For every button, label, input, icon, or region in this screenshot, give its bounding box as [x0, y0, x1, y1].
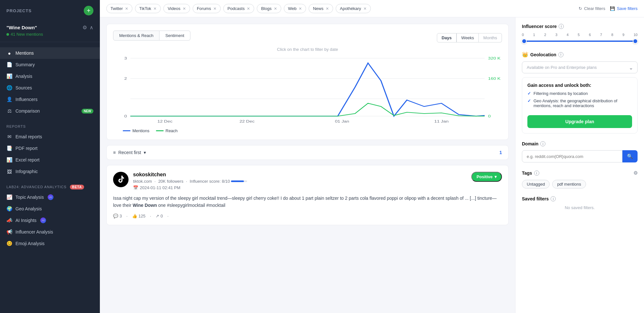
svg-text:160 K: 160 K [488, 77, 501, 81]
period-weeks-button[interactable]: Weeks [457, 33, 479, 42]
chart-svg[interactable]: 3 2 0 320 K 160 K 0 12 Dec 22 Dec 01 Jan… [113, 55, 502, 126]
filter-chip-web[interactable]: Web✕ [284, 4, 306, 13]
chip-remove-icon[interactable]: ✕ [299, 6, 302, 11]
save-icon: 💾 [610, 6, 615, 11]
filter-chip-podcasts[interactable]: Podcasts✕ [223, 4, 254, 13]
mention-likes: 👍 125 [132, 214, 146, 218]
sidebar-item-ai-insights[interactable]: 📣 AI Insights AI [0, 215, 100, 226]
chart-tab-mentions-reach[interactable]: Mentions & Reach [113, 31, 159, 41]
mention-details: tiktok.com · 20K followers · Influencer … [133, 179, 467, 184]
tags-section: Tags i ⚙ Untagged pdf mentions [522, 170, 638, 189]
sentiment-badge[interactable]: Positive ▾ [471, 172, 502, 182]
project-settings-button[interactable]: ⚙ [82, 24, 87, 31]
tag-chip-pdf-mentions[interactable]: pdf mentions [552, 180, 586, 189]
sidebar-item-influencer-analysis[interactable]: 📢 Influencer Analysis [0, 226, 100, 238]
sidebar-item-emoji-analysis[interactable]: 😊 Emoji Analysis [0, 238, 100, 249]
sidebar-item-geo-analysis[interactable]: 🌍 Geo Analysis [0, 203, 100, 215]
avatar [113, 172, 129, 187]
dot-separator: · [155, 179, 156, 184]
filter-bar: Twitter✕TikTok✕Videos✕Forums✕Podcasts✕Bl… [100, 0, 644, 17]
chart-tabs: Mentions & Reach Sentiment [113, 31, 190, 41]
sort-button[interactable]: ≡ Recent first ▾ [113, 150, 146, 155]
filter-chip-apothékary[interactable]: Apothékary✕ [336, 4, 371, 13]
slider-track[interactable] [522, 39, 638, 44]
infographic-icon: 🖼 [6, 169, 12, 174]
svg-text:3: 3 [124, 56, 127, 60]
save-filters-button[interactable]: 💾 Save filters [610, 6, 638, 11]
saved-filters-info-icon[interactable]: i [551, 196, 556, 201]
summary-icon: 📄 [6, 62, 12, 68]
project-collapse-button[interactable]: ∧ [90, 24, 93, 31]
domain-search-button[interactable]: 🔍 [622, 150, 638, 162]
sidebar-item-infographic[interactable]: 🖼 Infographic [0, 166, 100, 177]
domain-input[interactable] [522, 150, 622, 162]
svg-text:320 K: 320 K [488, 56, 501, 60]
ai-insights-ai-badge: AI [40, 217, 46, 223]
period-days-button[interactable]: Days [437, 33, 457, 42]
chip-remove-icon[interactable]: ✕ [213, 6, 216, 11]
filter-chip-blogs[interactable]: Blogs✕ [257, 4, 281, 13]
sidebar-item-topic-analysis[interactable]: 📈 Topic Analysis AI [0, 191, 100, 203]
slider-thumb-left[interactable] [522, 39, 527, 44]
sidebar-item-influencers[interactable]: 👤 Influencers [0, 94, 100, 105]
filter-chip-videos[interactable]: Videos✕ [163, 4, 190, 13]
upgrade-plan-button[interactable]: Upgrade plan [527, 115, 632, 128]
upgrade-title: Gain access and unlock both: [527, 83, 632, 88]
clear-filters-button[interactable]: ↻ Clear filters [579, 6, 605, 11]
sidebar-item-analysis[interactable]: 📊 Analysis [0, 70, 100, 82]
mention-platform: tiktok.com [133, 179, 152, 184]
tags-gear-icon[interactable]: ⚙ [633, 170, 638, 176]
slider-thumb-right[interactable] [633, 39, 638, 44]
chip-remove-icon[interactable]: ✕ [153, 6, 157, 11]
lab-beta-badge: BETA [70, 185, 84, 189]
sidebar-item-pdf-report[interactable]: 📑 PDF report [0, 143, 100, 154]
feed-count: 1 [499, 150, 502, 155]
chip-remove-icon[interactable]: ✕ [274, 6, 277, 11]
mention-header: sokoskitchen tiktok.com · 20K followers … [113, 172, 502, 190]
chip-remove-icon[interactable]: ✕ [183, 6, 186, 11]
chart-header-row: Mentions & Reach Sentiment Days Weeks Mo… [113, 31, 502, 45]
filter-chip-forums[interactable]: Forums✕ [193, 4, 221, 13]
sidebar-item-excel-report[interactable]: 📊 Excel report [0, 154, 100, 166]
reports-label: REPORTS [0, 124, 100, 131]
crown-icon: 👑 [522, 51, 528, 58]
geolocation-select[interactable]: Available on Pro and Enterprise plans [522, 61, 638, 73]
tags-info-icon[interactable]: i [534, 170, 539, 176]
center-panel: Mentions & Reach Sentiment Days Weeks Mo… [100, 17, 515, 313]
sidebar-item-sources[interactable]: 🌐 Sources [0, 82, 100, 94]
comment-icon: 💬 [113, 214, 118, 218]
chip-remove-icon[interactable]: ✕ [326, 6, 329, 11]
mention-separator1: · [126, 214, 128, 218]
refresh-icon: ↻ [579, 6, 582, 11]
tags-title-row: Tags i ⚙ [522, 170, 638, 176]
mention-username: sokoskitchen [133, 172, 467, 178]
mention-shares: ↗ 0 [156, 214, 163, 218]
chip-remove-icon[interactable]: ✕ [363, 6, 367, 11]
domain-info-icon[interactable]: i [540, 141, 545, 146]
svg-text:12 Dec: 12 Dec [158, 119, 173, 124]
svg-text:0: 0 [488, 114, 491, 118]
sentiment-badge-wrapper: Positive ▾ [471, 172, 502, 182]
sidebar-item-summary[interactable]: 📄 Summary [0, 59, 100, 70]
chip-remove-icon[interactable]: ✕ [247, 6, 250, 11]
period-months-button[interactable]: Months [479, 33, 502, 42]
filter-chip-tiktok[interactable]: TikTok✕ [135, 4, 161, 13]
sidebar-item-mentions[interactable]: ● Mentions [0, 47, 100, 59]
tag-chip-untagged[interactable]: Untagged [522, 180, 550, 189]
chip-remove-icon[interactable]: ✕ [125, 6, 128, 11]
add-project-button[interactable]: + [84, 6, 93, 15]
sidebar-item-email-reports[interactable]: ✉ Email reports [0, 131, 100, 143]
influencer-score-info-icon[interactable]: i [559, 24, 564, 29]
sidebar-item-comparison[interactable]: ⚖ Comparison NEW [0, 105, 100, 117]
filter-chip-news[interactable]: News✕ [309, 4, 333, 13]
filter-chip-twitter[interactable]: Twitter✕ [106, 4, 132, 13]
excel-icon: 📊 [6, 157, 12, 163]
filter-chips: Twitter✕TikTok✕Videos✕Forums✕Podcasts✕Bl… [106, 4, 371, 13]
domain-section: Domain i 🔍 [522, 141, 638, 162]
tiktok-icon [116, 175, 125, 184]
sidebar: PROJECTS + "Wine Down" ⚙ ∧ 41 New mentio… [0, 0, 100, 313]
geolocation-info-icon[interactable]: i [558, 52, 563, 57]
chart-period-buttons: Days Weeks Months [437, 33, 502, 42]
chart-tab-sentiment[interactable]: Sentiment [159, 31, 190, 41]
geo-icon: 🌍 [6, 206, 12, 212]
